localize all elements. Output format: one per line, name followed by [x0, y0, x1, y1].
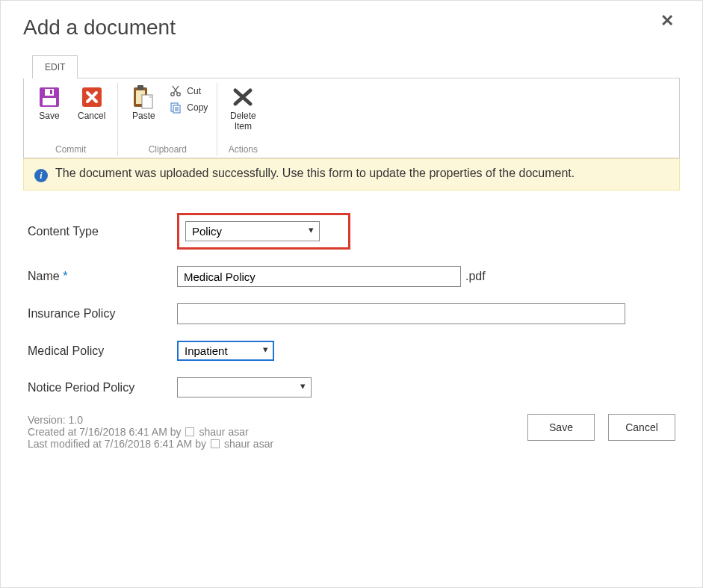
created-user: shaur asar: [199, 426, 248, 438]
row-content-type: Content Type Policy: [28, 213, 675, 250]
cancel-icon: [79, 84, 105, 110]
cancel-button[interactable]: Cancel: [75, 83, 108, 123]
modified-line: Last modified at 7/16/2018 6:41 AM by sh…: [28, 438, 273, 450]
created-line: Created at 7/16/2018 6:41 AM by shaur as…: [28, 426, 273, 438]
insurance-policy-label: Insurance Policy: [28, 307, 177, 321]
row-name: Name * .pdf: [28, 266, 675, 287]
content-type-select[interactable]: Policy: [185, 221, 320, 241]
meta-block: Version: 1.0 Created at 7/16/2018 6:41 A…: [28, 414, 273, 450]
row-medical-policy: Medical Policy Inpatient: [28, 341, 675, 361]
paste-button[interactable]: Paste: [127, 83, 160, 123]
dialog-container: Add a document ✕ EDIT: [1, 1, 702, 472]
svg-rect-3: [50, 90, 52, 94]
group-commit-label: Commit: [33, 141, 108, 156]
ribbon-group-commit: Save Cancel Commit: [24, 83, 118, 156]
tab-edit[interactable]: EDIT: [32, 55, 78, 78]
info-banner: i The document was uploaded successfully…: [23, 158, 680, 191]
cut-label: Cut: [187, 86, 201, 96]
close-button[interactable]: ✕: [654, 8, 680, 34]
name-label: Name *: [28, 270, 177, 283]
ribbon: EDIT Save: [23, 55, 680, 158]
paste-label: Paste: [132, 111, 155, 122]
notice-period-label: Notice Period Policy: [28, 381, 177, 394]
ribbon-tabs: EDIT: [32, 55, 680, 78]
required-asterisk: *: [63, 270, 67, 282]
created-prefix: Created at 7/16/2018 6:41 AM by: [28, 426, 181, 438]
copy-button[interactable]: Copy: [169, 101, 208, 114]
row-notice-period: Notice Period Policy: [28, 377, 675, 397]
copy-label: Copy: [187, 102, 208, 113]
ribbon-group-actions: Delete Item Actions: [217, 83, 268, 156]
notice-period-select[interactable]: [177, 377, 312, 397]
medical-policy-select[interactable]: Inpatient: [177, 341, 274, 361]
info-banner-text: The document was uploaded successfully. …: [55, 167, 575, 180]
group-actions-label: Actions: [226, 141, 259, 156]
save-label: Save: [39, 111, 59, 122]
delete-icon: [230, 84, 256, 110]
footer-save-button[interactable]: Save: [527, 414, 595, 441]
insurance-policy-input[interactable]: [177, 303, 625, 324]
copy-icon: [169, 101, 182, 114]
name-extension: .pdf: [465, 270, 486, 283]
content-type-highlight: Policy: [177, 213, 350, 250]
content-type-label: Content Type: [28, 225, 177, 238]
ribbon-group-clipboard: Paste Cut: [118, 83, 217, 156]
dialog-title: Add a document: [23, 16, 176, 40]
modified-user: shaur asar: [224, 438, 273, 450]
name-input[interactable]: [177, 266, 461, 287]
dialog-header: Add a document ✕: [23, 8, 680, 55]
svg-rect-1: [43, 98, 56, 105]
form-area: Content Type Policy Name * .pdf Insuranc…: [23, 191, 680, 457]
footer-row: Version: 1.0 Created at 7/16/2018 6:41 A…: [28, 414, 675, 450]
modified-prefix: Last modified at 7/16/2018 6:41 AM by: [28, 438, 206, 450]
save-icon: [37, 84, 62, 110]
info-icon: i: [34, 169, 48, 182]
cut-icon: [169, 84, 182, 98]
row-insurance-policy: Insurance Policy: [28, 303, 675, 324]
presence-icon: [211, 439, 220, 448]
paste-icon: [131, 84, 156, 110]
medical-policy-label: Medical Policy: [28, 344, 177, 358]
footer-cancel-button[interactable]: Cancel: [608, 414, 675, 441]
svg-rect-2: [45, 89, 54, 96]
group-clipboard-label: Clipboard: [127, 141, 208, 156]
save-button[interactable]: Save: [33, 83, 66, 123]
delete-item-label: Delete Item: [230, 111, 256, 132]
ribbon-body: Save Cancel Commit: [23, 78, 680, 158]
presence-icon: [185, 427, 194, 436]
svg-rect-7: [137, 85, 143, 90]
cancel-label: Cancel: [78, 111, 105, 122]
cut-button[interactable]: Cut: [169, 84, 201, 98]
delete-item-button[interactable]: Delete Item: [226, 83, 259, 134]
version-text: Version: 1.0: [28, 414, 273, 426]
footer-buttons: Save Cancel: [527, 414, 675, 441]
